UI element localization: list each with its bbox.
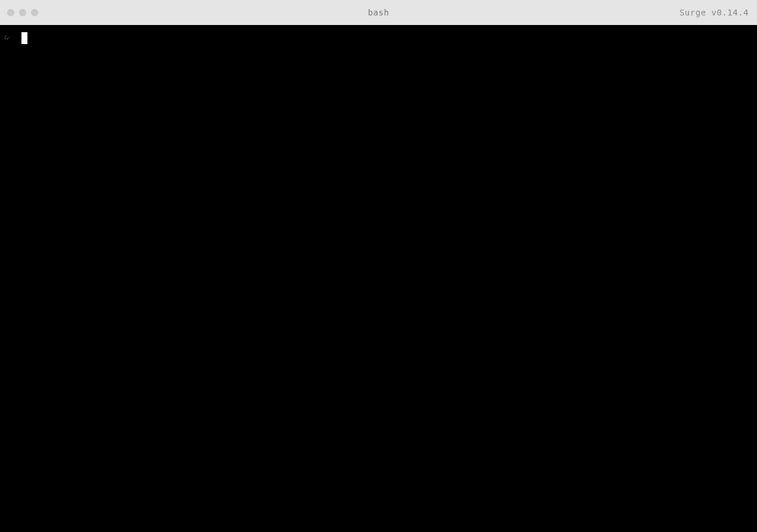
prompt-line: ☞ (5, 32, 752, 44)
terminal-area[interactable]: ☞ (0, 25, 757, 532)
window-titlebar: bash Surge v0.14.4 (0, 0, 757, 25)
traffic-lights (7, 9, 38, 16)
prompt-symbol: ☞ (5, 32, 10, 44)
window-title: bash (368, 8, 389, 17)
app-version-label: Surge v0.14.4 (680, 8, 749, 17)
maximize-window-button[interactable] (31, 9, 38, 16)
close-window-button[interactable] (7, 9, 14, 16)
cursor-icon (21, 32, 27, 44)
minimize-window-button[interactable] (19, 9, 26, 16)
